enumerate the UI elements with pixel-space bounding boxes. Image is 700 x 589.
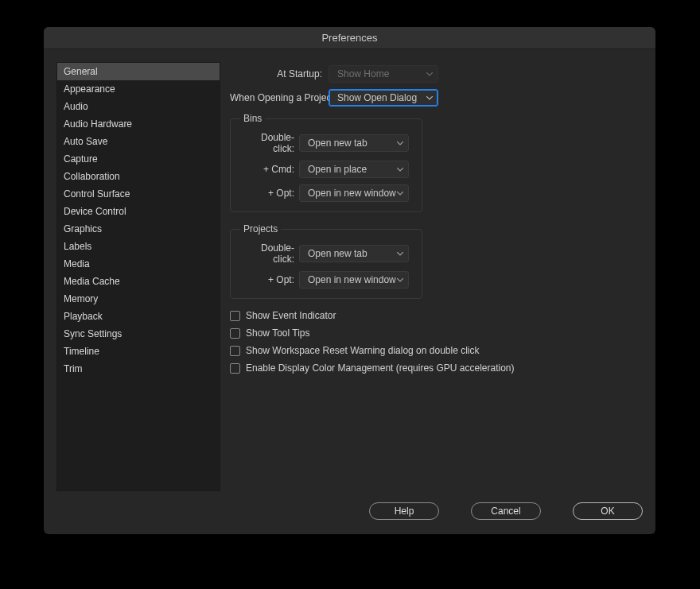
row-projects-dblclick: Double-click: Open new tab — [240, 242, 412, 265]
sidebar-item-audio[interactable]: Audio — [57, 98, 220, 115]
dropdown-at-startup: Show Home — [329, 65, 438, 83]
legend-projects: Projects — [240, 223, 281, 234]
label-bins-cmd: + Cmd: — [240, 164, 299, 175]
dropdown-bins-opt[interactable]: Open in new window — [299, 184, 409, 202]
row-bins-opt: + Opt: Open in new window — [240, 184, 412, 202]
sidebar-item-capture[interactable]: Capture — [57, 150, 220, 168]
checkbox-label: Enable Display Color Management (require… — [246, 362, 515, 374]
dropdown-value: Show Home — [337, 68, 389, 79]
label-at-startup: At Startup: — [230, 68, 329, 79]
sidebar-item-timeline[interactable]: Timeline — [57, 343, 220, 360]
checkbox-row-color-mgmt[interactable]: Enable Display Color Management (require… — [230, 362, 643, 374]
sidebar-item-memory[interactable]: Memory — [57, 290, 220, 308]
sidebar-item-general[interactable]: General — [57, 63, 220, 80]
checkbox-row-event-indicator[interactable]: Show Event Indicator — [230, 310, 643, 321]
checkbox-event-indicator[interactable] — [230, 311, 240, 321]
sidebar-item-device-control[interactable]: Device Control — [57, 203, 220, 220]
dropdown-value: Show Open Dialog — [337, 92, 417, 103]
label-bins-dblclick: Double-click: — [240, 132, 299, 154]
sidebar-item-media-cache[interactable]: Media Cache — [57, 273, 220, 290]
help-button[interactable]: Help — [369, 502, 439, 520]
dropdown-value: Open in new window — [308, 274, 396, 285]
dropdown-value: Open new tab — [308, 248, 368, 259]
label-projects-dblclick: Double-click: — [240, 242, 299, 265]
group-projects: Projects Double-click: Open new tab + Op… — [230, 223, 422, 299]
label-bins-opt: + Opt: — [240, 188, 299, 199]
dropdown-bins-dblclick[interactable]: Open new tab — [299, 134, 409, 152]
row-open-project: When Opening a Project: Show Open Dialog — [230, 89, 643, 107]
row-bins-cmd: + Cmd: Open in place — [240, 161, 412, 178]
titlebar: Preferences — [44, 27, 655, 49]
checkbox-label: Show Tool Tips — [246, 327, 310, 339]
checkbox-row-tool-tips[interactable]: Show Tool Tips — [230, 327, 643, 339]
checkbox-row-workspace-reset[interactable]: Show Workspace Reset Warning dialog on d… — [230, 345, 643, 356]
dropdown-projects-dblclick[interactable]: Open new tab — [299, 245, 409, 262]
sidebar-item-control-surface[interactable]: Control Surface — [57, 185, 220, 203]
dropdown-value: Open in place — [308, 164, 367, 175]
legend-bins: Bins — [240, 113, 265, 124]
sidebar-item-appearance[interactable]: Appearance — [57, 80, 220, 98]
chevron-down-icon — [397, 192, 403, 196]
label-open-project: When Opening a Project: — [230, 92, 329, 103]
cancel-button[interactable]: Cancel — [471, 502, 541, 520]
dropdown-bins-cmd[interactable]: Open in place — [299, 161, 409, 178]
ok-button[interactable]: OK — [573, 502, 643, 520]
sidebar-item-sync-settings[interactable]: Sync Settings — [57, 325, 220, 343]
group-bins: Bins Double-click: Open new tab + Cmd: O… — [230, 113, 422, 212]
window-title: Preferences — [321, 32, 377, 44]
checkbox-workspace-reset[interactable] — [230, 346, 240, 356]
checkbox-tool-tips[interactable] — [230, 328, 240, 339]
window-body: General Appearance Audio Audio Hardware … — [44, 49, 655, 491]
dropdown-projects-opt[interactable]: Open in new window — [299, 271, 409, 289]
chevron-down-icon — [397, 278, 403, 282]
chevron-down-icon — [397, 252, 403, 256]
row-bins-dblclick: Double-click: Open new tab — [240, 132, 412, 154]
sidebar-item-playback[interactable]: Playback — [57, 308, 220, 325]
label-projects-opt: + Opt: — [240, 274, 299, 285]
sidebar-item-collaboration[interactable]: Collaboration — [57, 168, 220, 185]
row-projects-opt: + Opt: Open in new window — [240, 271, 412, 289]
chevron-down-icon — [426, 96, 433, 100]
checkbox-label: Show Workspace Reset Warning dialog on d… — [246, 345, 479, 356]
dropdown-value: Open in new window — [308, 188, 396, 199]
sidebar-item-media[interactable]: Media — [57, 255, 220, 273]
checkbox-label: Show Event Indicator — [246, 310, 336, 321]
chevron-down-icon — [397, 141, 403, 145]
sidebar-item-auto-save[interactable]: Auto Save — [57, 133, 220, 150]
row-at-startup: At Startup: Show Home — [230, 65, 643, 83]
dropdown-open-project[interactable]: Show Open Dialog — [329, 89, 438, 107]
content-pane: At Startup: Show Home When Opening a Pro… — [230, 62, 643, 491]
sidebar-item-graphics[interactable]: Graphics — [57, 220, 220, 238]
preferences-window: Preferences General Appearance Audio Aud… — [44, 27, 655, 534]
chevron-down-icon — [426, 72, 433, 76]
footer: Help Cancel OK — [44, 491, 655, 534]
sidebar-item-audio-hardware[interactable]: Audio Hardware — [57, 115, 220, 133]
sidebar-item-labels[interactable]: Labels — [57, 238, 220, 255]
checkbox-color-mgmt[interactable] — [230, 363, 240, 374]
sidebar-item-trim[interactable]: Trim — [57, 360, 220, 378]
sidebar: General Appearance Audio Audio Hardware … — [56, 62, 220, 491]
chevron-down-icon — [397, 168, 403, 172]
dropdown-value: Open new tab — [308, 138, 368, 149]
